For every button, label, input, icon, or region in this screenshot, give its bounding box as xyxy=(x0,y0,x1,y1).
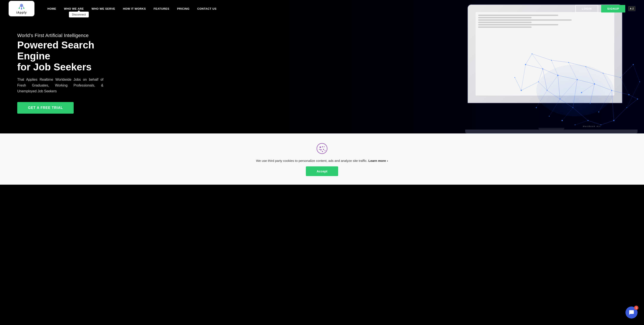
nav-item-pricing[interactable]: PRICING xyxy=(177,7,190,10)
svg-point-92 xyxy=(320,149,322,150)
svg-point-1 xyxy=(21,5,22,6)
hero-section: MacBook Air xyxy=(0,0,644,133)
nav-item-who-we-serve[interactable]: WHO WE SERVE xyxy=(92,7,115,10)
disconnect-tooltip[interactable]: Disconnect xyxy=(69,12,89,17)
logo-text: iApply xyxy=(16,11,27,14)
cookie-icon xyxy=(316,142,328,155)
svg-point-97 xyxy=(324,150,326,151)
login-button[interactable]: LOGIN xyxy=(575,5,598,12)
nav-right: LOGIN SIGNUP A Z xyxy=(575,5,636,12)
hero-description: That Applies Realtime Worldwide Jobs on … xyxy=(17,77,104,94)
svg-point-94 xyxy=(324,146,324,147)
nav-item-who-we-are[interactable]: WHO WE ARE xyxy=(64,7,84,10)
language-switcher[interactable]: A Z xyxy=(628,6,636,11)
nav-item-home[interactable]: HOME xyxy=(48,7,56,10)
laptop-mockup: MacBook Air xyxy=(446,0,644,133)
svg-point-95 xyxy=(319,149,320,150)
navbar: iApply HOME WHO WE ARE WHO WE SERVE HOW … xyxy=(0,0,644,17)
get-free-trial-button[interactable]: GET A FREE TRIAL xyxy=(17,102,74,114)
logo[interactable]: iApply xyxy=(8,1,34,16)
nav-link-pricing[interactable]: PRICING xyxy=(177,7,190,10)
svg-point-5 xyxy=(23,8,24,9)
nav-link-features[interactable]: FEATURES xyxy=(154,7,169,10)
cookie-text: We use third party cookies to personaliz… xyxy=(256,159,388,162)
nav-links: HOME WHO WE ARE WHO WE SERVE HOW IT WORK… xyxy=(48,7,569,10)
nav-link-how-it-works[interactable]: HOW IT WORKS xyxy=(123,7,146,10)
cookie-section: We use third party cookies to personaliz… xyxy=(0,133,644,185)
nav-link-who-we-are[interactable]: WHO WE ARE xyxy=(64,7,84,10)
hero-title-line2: for Job Seekers xyxy=(17,61,92,72)
hero-title-line1: Powered Search Engine xyxy=(17,39,94,61)
svg-point-91 xyxy=(322,146,323,147)
laptop-screen xyxy=(468,5,622,103)
cookie-icon-wrap xyxy=(316,142,328,155)
accept-cookies-button[interactable]: Accept xyxy=(306,166,338,176)
laptop-outer xyxy=(468,4,622,103)
svg-point-6 xyxy=(21,8,22,9)
hero-content: World's First Artificial Intelligence Po… xyxy=(0,33,120,113)
laptop-notch xyxy=(538,128,564,130)
nav-link-home[interactable]: HOME xyxy=(48,7,56,10)
svg-point-4 xyxy=(19,8,20,9)
nav-link-contact[interactable]: CONTACT US xyxy=(197,7,216,10)
svg-point-90 xyxy=(320,147,321,148)
nav-item-features[interactable]: FEATURES xyxy=(154,7,169,10)
svg-point-93 xyxy=(323,149,324,150)
laptop-base xyxy=(465,130,638,133)
nav-item-contact[interactable]: CONTACT US xyxy=(197,7,216,10)
svg-point-96 xyxy=(322,151,323,152)
nav-item-how-it-works[interactable]: HOW IT WORKS xyxy=(123,7,146,10)
hero-subtitle: World's First Artificial Intelligence xyxy=(17,33,104,38)
laptop-screen-content xyxy=(476,12,614,96)
language-icon-label: A Z xyxy=(630,7,634,10)
logo-icon xyxy=(18,3,26,11)
signup-button[interactable]: SIGNUP xyxy=(601,5,625,12)
laptop-label: MacBook Air xyxy=(583,125,601,127)
hero-title: Powered Search Engine for Job Seekers xyxy=(17,40,104,72)
nav-link-who-we-serve[interactable]: WHO WE SERVE xyxy=(92,7,115,10)
svg-point-89 xyxy=(317,143,327,154)
learn-more-link[interactable]: Learn more xyxy=(368,159,388,162)
